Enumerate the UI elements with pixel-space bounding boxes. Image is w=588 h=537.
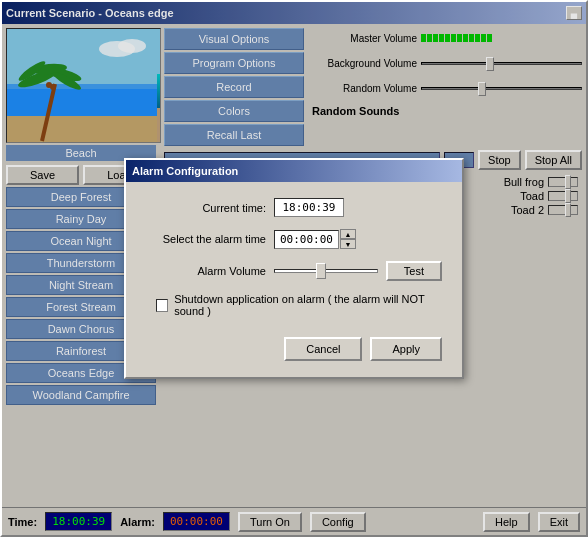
alarm-dialog-title-bar: Alarm Configuration [126,160,462,182]
alarm-volume-slider[interactable] [274,269,378,273]
select-alarm-time-row: Select the alarm time ▲ ▼ [146,229,442,249]
current-time-row: Current time: 18:00:39 [146,198,442,217]
cancel-button[interactable]: Cancel [284,337,362,361]
alarm-volume-thumb[interactable] [316,263,326,279]
main-window: Current Scenario - Oceans edge ▄ [0,0,588,537]
shutdown-checkbox-row: Shutdown application on alarm ( the alar… [146,293,442,317]
test-button[interactable]: Test [386,261,442,281]
alarm-dialog: Alarm Configuration Current time: 18:00:… [124,158,464,379]
alarm-dialog-buttons: Cancel Apply [146,333,442,361]
spin-up-button[interactable]: ▲ [340,229,356,239]
select-alarm-time-label: Select the alarm time [146,233,266,245]
spin-buttons: ▲ ▼ [340,229,356,249]
alarm-volume-label: Alarm Volume [146,265,266,277]
alarm-time-input-wrapper: ▲ ▼ [274,229,356,249]
shutdown-checkbox[interactable] [156,299,168,312]
current-time-display: 18:00:39 [274,198,344,217]
spin-down-button[interactable]: ▼ [340,239,356,249]
dialog-overlay: Alarm Configuration Current time: 18:00:… [2,2,586,535]
alarm-dialog-body: Current time: 18:00:39 Select the alarm … [126,182,462,377]
alarm-volume-row: Alarm Volume Test [146,261,442,281]
apply-button[interactable]: Apply [370,337,442,361]
current-time-label: Current time: [146,202,266,214]
alarm-time-input[interactable] [274,230,339,249]
shutdown-label: Shutdown application on alarm ( the alar… [174,293,442,317]
alarm-dialog-title: Alarm Configuration [132,165,238,177]
